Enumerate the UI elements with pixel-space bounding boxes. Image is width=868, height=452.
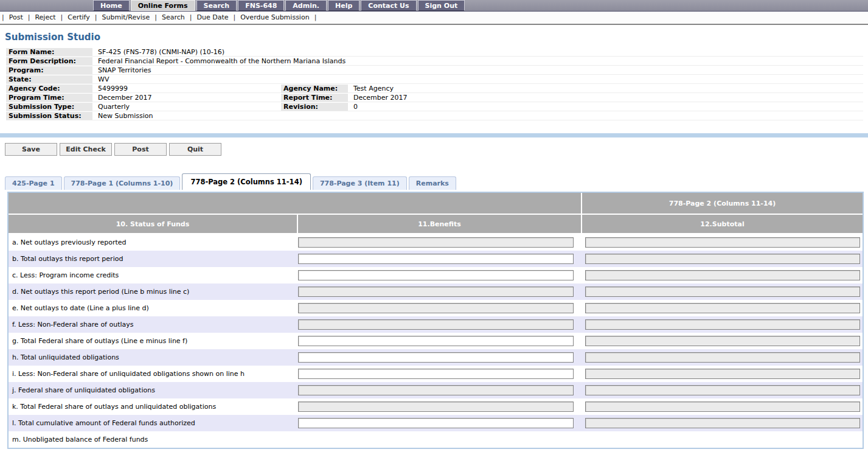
benefits-cell — [297, 418, 581, 428]
toolbar-separator: | — [2, 13, 4, 21]
toolbar-link-search[interactable]: Search — [162, 13, 185, 21]
topnav-item-admin[interactable]: Admin. — [285, 0, 327, 11]
post-button[interactable]: Post — [114, 143, 167, 156]
subtotal-cell — [581, 402, 863, 412]
fund-row-label: b. Total outlays this report period — [9, 255, 297, 263]
detail-label: Program: — [6, 66, 92, 74]
benefits-input-c[interactable] — [298, 270, 574, 280]
topnav-item-help[interactable]: Help — [328, 0, 359, 11]
fund-row-m: m. Unobligated balance of Federal funds — [9, 431, 863, 448]
toolbar-link-post[interactable]: Post — [9, 13, 23, 21]
benefits-input-e — [298, 303, 574, 313]
column-header-10-status-of-funds: 10. Status of Funds — [9, 215, 297, 233]
detail-label: Program Time: — [6, 94, 92, 102]
subtotal-cell — [581, 336, 863, 346]
fund-row-label: g. Total Federal share of outlays (Line … — [9, 337, 297, 345]
detail-value: December 2017 — [352, 94, 863, 102]
subtotal-cell — [581, 319, 863, 330]
subtotal-input-g — [585, 336, 860, 346]
fund-row-h: h. Total unliquidated obligations — [9, 349, 863, 366]
benefits-input-h[interactable] — [298, 352, 574, 363]
tab-778-page-3-item-11[interactable]: 778-Page 3 (Item 11) — [313, 176, 407, 190]
benefits-cell — [297, 369, 581, 379]
topnav-item-contact-us[interactable]: Contact Us — [361, 0, 416, 11]
detail-label: Submission Type: — [6, 103, 92, 111]
fund-row-g: g. Total Federal share of outlays (Line … — [9, 333, 863, 349]
toolbar-link-overdue-submission[interactable]: Overdue Submission — [240, 13, 309, 21]
fund-row-label: m. Unobligated balance of Federal funds — [9, 436, 297, 443]
detail-value: WV — [97, 75, 863, 83]
detail-value: New Submission — [97, 112, 863, 120]
detail-value: Test Agency — [352, 85, 863, 92]
toolbar-link-reject[interactable]: Reject — [35, 13, 55, 21]
toolbar-link-certify[interactable]: Certify — [68, 13, 90, 21]
subtotal-input-e — [585, 303, 860, 313]
benefits-input-b[interactable] — [298, 254, 574, 264]
subtotal-input-j — [585, 385, 860, 395]
edit-check-button[interactable]: Edit Check — [60, 143, 112, 156]
subtotal-cell — [581, 287, 863, 297]
benefits-cell — [297, 385, 581, 395]
subtotal-input-b — [585, 254, 860, 264]
submission-studio-page: HomeOnline FormsSearchFNS-648Admin.HelpC… — [0, 0, 868, 449]
benefits-cell — [297, 352, 581, 363]
benefits-input-g[interactable] — [298, 336, 574, 346]
toolbar-link-submit-revise[interactable]: Submit/Revise — [102, 13, 150, 21]
toolbar-link-due-date[interactable]: Due Date — [196, 13, 228, 21]
benefits-input-l[interactable] — [298, 418, 574, 428]
detail-value: SNAP Territories — [97, 66, 863, 74]
subtotal-input-l — [585, 418, 860, 428]
benefits-input-a — [298, 237, 574, 248]
fund-row-label: h. Total unliquidated obligations — [9, 353, 297, 361]
toolbar-separator: | — [233, 13, 235, 21]
detail-value: 5499999 — [97, 85, 277, 92]
save-button[interactable]: Save — [5, 143, 57, 156]
topnav-item-fns-648[interactable]: FNS-648 — [238, 0, 284, 11]
fund-row-i: i. Less: Non-Federal share of unliquidat… — [9, 366, 863, 382]
tab-remarks[interactable]: Remarks — [409, 176, 456, 190]
topnav-item-sign-out[interactable]: Sign Out — [418, 0, 465, 11]
subtotal-input-k — [585, 402, 860, 412]
topnav-item-search[interactable]: Search — [196, 0, 237, 11]
toolbar-separator: | — [190, 13, 192, 21]
detail-label: Agency Name: — [281, 85, 348, 92]
tab-425-page-1[interactable]: 425-Page 1 — [5, 176, 62, 190]
detail-row-program: Program:SNAP Territories — [6, 66, 863, 75]
benefits-cell — [297, 303, 581, 313]
form-details: Form Name:SF-425 (FNS-778) (CNMI-NAP) (1… — [6, 48, 863, 120]
tab-strip: 425-Page 1778-Page 1 (Columns 1-10)778-P… — [5, 173, 868, 190]
fund-row-f: f. Less: Non-Federal share of outlays — [9, 316, 863, 333]
toolbar-separator: | — [314, 13, 317, 21]
subtotal-cell — [581, 303, 863, 313]
panel-title-spacer — [9, 193, 581, 214]
tab-778-page-2-columns-11-14[interactable]: 778-Page 2 (Columns 11-14) — [182, 173, 310, 190]
topnav-item-home[interactable]: Home — [93, 0, 130, 11]
benefits-input-i[interactable] — [298, 369, 574, 379]
subtotal-cell — [581, 418, 863, 428]
toolbar-separator: | — [155, 13, 157, 21]
benefits-cell — [297, 237, 581, 248]
tab-778-page-1-columns-1-10[interactable]: 778-Page 1 (Columns 1-10) — [64, 176, 181, 190]
column-headers: 10. Status of Funds11.Benefits12.Subtota… — [9, 215, 863, 233]
quit-button[interactable]: Quit — [169, 143, 221, 156]
benefits-input-k — [298, 402, 574, 412]
subtotal-input-d — [585, 287, 860, 297]
benefits-cell — [297, 336, 581, 346]
detail-row-state: State:WV — [6, 75, 863, 84]
detail-value: Federal Financial Report - Commonwealth … — [97, 57, 863, 65]
benefits-input-j — [298, 385, 574, 395]
benefits-input-f — [298, 319, 574, 330]
detail-label: Agency Code: — [6, 85, 92, 92]
benefits-input-d — [298, 287, 574, 297]
form-panel: 778-Page 2 (Columns 11-14) 10. Status of… — [7, 192, 864, 449]
panel-title-band: 778-Page 2 (Columns 11-14) — [9, 193, 863, 214]
detail-row-submission-type: Submission Type:QuarterlyRevision:0 — [6, 103, 863, 111]
subtotal-input-f — [585, 319, 860, 330]
topnav-item-online-forms[interactable]: Online Forms — [131, 0, 195, 11]
panel-title: 778-Page 2 (Columns 11-14) — [582, 193, 863, 214]
fund-row-label: k. Total Federal share of outlays and un… — [9, 403, 297, 411]
toolbar-separator: | — [95, 13, 97, 21]
subtotal-cell — [581, 237, 863, 248]
fund-row-label: a. Net outlays previously reported — [9, 238, 297, 246]
fund-row-c: c. Less: Program income credits — [9, 267, 863, 283]
